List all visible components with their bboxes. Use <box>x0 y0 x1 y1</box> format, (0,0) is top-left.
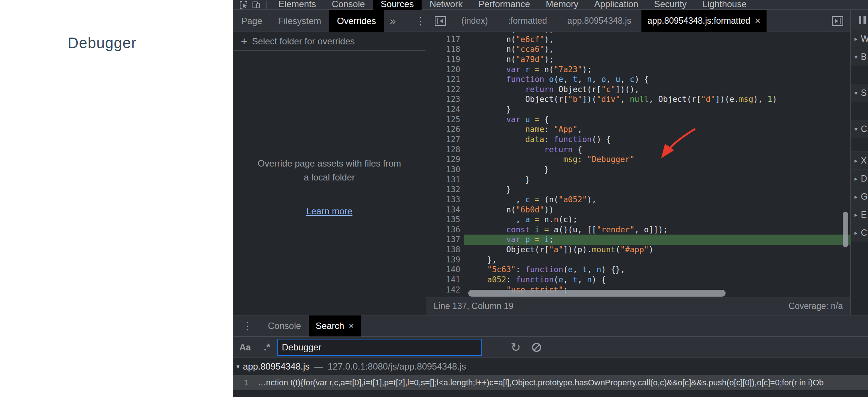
main-tab-elements[interactable]: Elements <box>271 0 324 10</box>
code-editor[interactable]: 116 n("e2ee"),117 n("e6cf"),118 n("cca6"… <box>426 32 850 297</box>
line-number[interactable]: 139 <box>426 255 464 265</box>
main-tab-memory[interactable]: Memory <box>538 0 587 10</box>
code-line-133[interactable]: 133 , c = (n("a052"), <box>426 195 850 205</box>
sidebar-section-5[interactable]: ▸D <box>851 170 868 188</box>
code-line-129[interactable]: 129 msg: "Debugger" <box>426 155 850 165</box>
navigator-tab-overrides[interactable]: Overrides <box>329 10 384 32</box>
line-number[interactable]: 130 <box>426 165 464 175</box>
code-line-140[interactable]: 140 "5c63": function(e, t, n) {}, <box>426 265 850 275</box>
sidebar-section-3[interactable]: ▾C <box>851 120 868 138</box>
horizontal-scrollbar[interactable] <box>468 290 726 297</box>
code-line-122[interactable]: 122 return Object(r["c"])(), <box>426 85 850 95</box>
learn-more-link[interactable]: Learn more <box>306 204 352 218</box>
vertical-scrollbar[interactable] <box>843 212 848 247</box>
main-tab-application[interactable]: Application <box>586 0 646 10</box>
line-number[interactable]: 138 <box>426 245 464 255</box>
sidebar-section-1[interactable]: ▾B <box>851 48 868 66</box>
clear-results-icon[interactable] <box>532 343 541 352</box>
drawer-tab-search[interactable]: Search× <box>309 315 361 336</box>
device-toolbar-icon[interactable] <box>250 0 263 10</box>
line-number[interactable]: 131 <box>426 175 464 185</box>
line-number[interactable]: 120 <box>426 65 464 75</box>
code-line-120[interactable]: 120 var r = n("7a23"); <box>426 65 850 75</box>
line-number[interactable]: 132 <box>426 185 464 195</box>
main-tab-security[interactable]: Security <box>646 0 695 10</box>
code-line-137[interactable]: 137 var p = i; <box>426 235 850 245</box>
line-number[interactable]: 124 <box>426 105 464 115</box>
line-number[interactable]: 141 <box>426 275 464 285</box>
toggle-navigator-icon[interactable] <box>435 16 446 26</box>
search-result-file-row[interactable]: ▾ app.80954348.js — 127.0.0.1:8080/js/ap… <box>233 358 868 375</box>
code-line-126[interactable]: 126 name: "App", <box>426 124 850 135</box>
line-number[interactable]: 135 <box>426 215 464 225</box>
search-match-row[interactable]: 1 …nction t(t){for(var r,c,a=t[0],i=t[1]… <box>233 375 868 390</box>
line-number[interactable]: 125 <box>426 115 464 125</box>
line-number[interactable]: 122 <box>426 85 464 95</box>
sidebar-section-4[interactable]: ▸X <box>851 152 868 170</box>
main-tab-network[interactable]: Network <box>422 0 470 10</box>
navigator-tab-filesystem[interactable]: Filesystem <box>270 10 329 32</box>
pause-icon[interactable] <box>859 16 866 24</box>
line-number[interactable]: 118 <box>426 44 464 55</box>
navigator-menu-icon[interactable]: ⋮ <box>415 15 425 27</box>
sidebar-section-7[interactable]: ▸E <box>851 206 868 224</box>
drawer-menu-icon[interactable]: ⋮ <box>242 320 253 332</box>
code-line-125[interactable]: 125 var u = { <box>426 115 850 125</box>
file-tab-formatted[interactable]: :formatted <box>498 10 557 32</box>
disclosure-triangle-icon[interactable]: ▾ <box>236 363 240 371</box>
line-number[interactable]: 142 <box>426 285 464 295</box>
sidebar-section-2[interactable]: ▾S <box>851 84 868 102</box>
code-line-134[interactable]: 134 n("6b0d")) <box>426 205 850 215</box>
code-line-128[interactable]: 128 return { <box>426 145 850 155</box>
sidebar-section-0[interactable]: ▸W <box>851 30 868 48</box>
code-line-117[interactable]: 117 n("e6cf"), <box>426 35 850 45</box>
navigator-tab-page[interactable]: Page <box>233 10 270 32</box>
drawer-tab-console[interactable]: Console <box>260 315 309 336</box>
code-line-118[interactable]: 118 n("cca6"), <box>426 44 850 55</box>
search-input[interactable] <box>277 339 482 356</box>
main-tab-sources[interactable]: Sources <box>373 0 422 10</box>
code-line-138[interactable]: 138 Object(r["a"])(p).mount("#app") <box>426 245 850 255</box>
file-tab-index[interactable]: (index) <box>451 10 498 32</box>
code-line-139[interactable]: 139 }, <box>426 255 850 265</box>
toggle-debugger-sidebar-icon[interactable] <box>832 16 843 26</box>
code-line-124[interactable]: 124 } <box>426 105 850 115</box>
more-tabs-icon[interactable]: » <box>390 15 396 27</box>
line-number[interactable]: 133 <box>426 195 464 205</box>
match-case-toggle[interactable]: Aa <box>239 342 251 353</box>
code-line-119[interactable]: 119 n("a79d"); <box>426 55 850 65</box>
line-number[interactable]: 137 <box>426 235 464 245</box>
code-line-130[interactable]: 130 } <box>426 165 850 175</box>
main-tab-performance[interactable]: Performance <box>470 0 538 10</box>
line-number[interactable]: 121 <box>426 74 464 85</box>
close-icon[interactable]: × <box>755 15 761 27</box>
code-line-121[interactable]: 121 function o(e, t, n, o, u, c) { <box>426 74 850 85</box>
line-number[interactable]: 129 <box>426 155 464 165</box>
code-line-116[interactable]: 116 n("e2ee"), <box>426 32 850 35</box>
select-folder-button[interactable]: + Select folder for overrides <box>233 32 426 51</box>
code-line-136[interactable]: 136 const i = a()(u, [["render", o]]); <box>426 225 850 235</box>
line-number[interactable]: 127 <box>426 135 464 145</box>
code-line-141[interactable]: 141 a052: function(e, t, n) { <box>426 275 850 285</box>
line-number[interactable]: 126 <box>426 124 464 135</box>
line-number[interactable]: 116 <box>426 32 464 35</box>
main-tab-console[interactable]: Console <box>324 0 373 10</box>
file-tab-app-80954348-js[interactable]: app.80954348.js <box>557 10 641 32</box>
code-line-131[interactable]: 131 } <box>426 175 850 185</box>
main-tab-lighthouse[interactable]: Lighthouse <box>694 0 754 10</box>
sidebar-section-8[interactable]: ▸C <box>851 224 868 242</box>
line-number[interactable]: 123 <box>426 94 464 105</box>
line-number[interactable]: 140 <box>426 265 464 275</box>
code-line-132[interactable]: 132 } <box>426 185 850 195</box>
line-number[interactable]: 128 <box>426 145 464 155</box>
code-line-123[interactable]: 123 Object(r["b"])("div", null, Object(r… <box>426 94 850 105</box>
inspect-element-icon[interactable] <box>237 0 250 10</box>
line-number[interactable]: 117 <box>426 35 464 45</box>
refresh-icon[interactable]: ↻ <box>511 341 521 353</box>
close-icon[interactable]: × <box>349 321 354 331</box>
regex-toggle[interactable]: .* <box>264 341 270 353</box>
line-number[interactable]: 136 <box>426 225 464 235</box>
code-line-127[interactable]: 127 data: function() { <box>426 135 850 145</box>
sidebar-section-6[interactable]: ▸G <box>851 188 868 206</box>
file-tab-app-80954348-js-formatted[interactable]: app.80954348.js:formatted× <box>641 10 767 32</box>
